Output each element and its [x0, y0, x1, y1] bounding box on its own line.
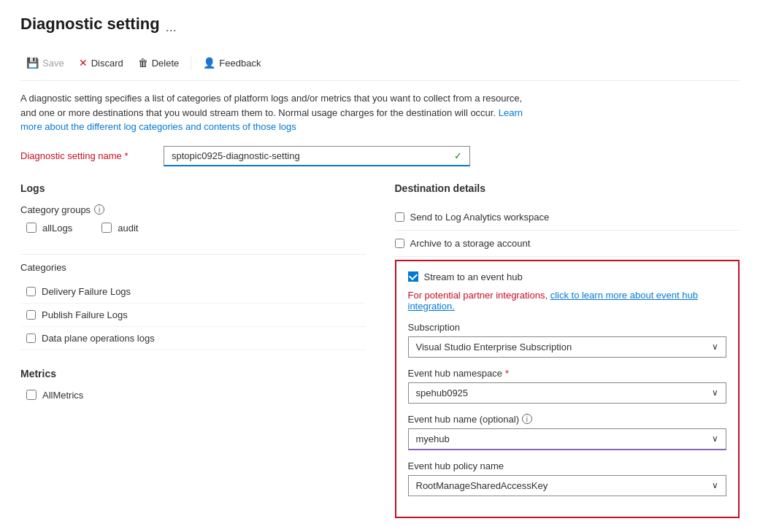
save-icon: 💾 [26, 57, 39, 69]
categories-label: Categories [20, 262, 366, 273]
title-ellipsis[interactable]: ··· [166, 23, 177, 38]
hub-name-label: Event hub name (optional) i [408, 414, 727, 425]
event-hub-checkbox[interactable] [408, 271, 418, 282]
toolbar: 💾 Save ✕ Discard 🗑 Delete 👤 Feedback [20, 54, 740, 81]
discard-button[interactable]: ✕ Discard [73, 54, 129, 72]
log-analytics-checkbox[interactable] [395, 212, 404, 222]
log-analytics-label[interactable]: Send to Log Analytics workspace [410, 212, 550, 223]
namespace-chevron-icon: ∨ [712, 388, 718, 398]
data-plane-checkbox[interactable] [26, 334, 36, 343]
allLogs-label[interactable]: allLogs [42, 223, 72, 234]
metrics-section-title: Metrics [20, 368, 366, 379]
event-hub-section: Stream to an event hub For potential par… [395, 260, 740, 518]
publish-failure-checkbox[interactable] [26, 310, 36, 320]
feedback-button[interactable]: 👤 Feedback [197, 54, 266, 72]
setting-name-row: Diagnostic setting name * sptopic0925-di… [20, 146, 740, 166]
logs-section-title: Logs [20, 182, 366, 194]
data-plane-label[interactable]: Data plane operations logs [42, 333, 155, 344]
publish-failure-label[interactable]: Publish Failure Logs [42, 309, 128, 320]
audit-label[interactable]: audit [118, 223, 138, 234]
category-groups-label: Category groups i [20, 204, 366, 215]
allLogs-checkbox[interactable] [26, 223, 37, 233]
event-hub-description: For potential partner integrations, clic… [408, 290, 727, 312]
policy-label: Event hub policy name [408, 460, 727, 471]
destination-section-title: Destination details [395, 182, 740, 194]
delivery-failure-row: Delivery Failure Logs [20, 280, 366, 304]
storage-account-checkbox[interactable] [395, 239, 404, 248]
main-grid: Logs Category groups i allLogs audit Cat… [20, 182, 740, 533]
left-column: Logs Category groups i allLogs audit Cat… [20, 182, 366, 533]
separator-1 [20, 254, 366, 255]
toolbar-separator [191, 55, 191, 70]
setting-name-label: Diagnostic setting name * [20, 150, 152, 161]
storage-account-label[interactable]: Archive to a storage account [410, 238, 531, 249]
policy-dropdown[interactable]: RootManageSharedAccessKey ∨ [408, 475, 727, 496]
validation-checkmark: ✓ [454, 150, 462, 161]
delivery-failure-label[interactable]: Delivery Failure Logs [42, 286, 131, 297]
subscription-chevron-icon: ∨ [712, 342, 718, 352]
hub-name-dropdown[interactable]: myehub ∨ [408, 428, 727, 450]
all-metrics-label[interactable]: AllMetrics [42, 390, 83, 401]
delivery-failure-checkbox[interactable] [26, 287, 36, 296]
delete-icon: 🗑 [138, 57, 148, 69]
allLogs-checkbox-row: allLogs [26, 223, 72, 234]
namespace-field-group: Event hub namespace * spehub0925 ∨ [408, 368, 727, 404]
discard-icon: ✕ [79, 57, 88, 69]
all-metrics-row: AllMetrics [20, 390, 366, 401]
save-button[interactable]: 💾 Save [20, 54, 70, 72]
namespace-label: Event hub namespace * [408, 368, 727, 379]
right-column: Destination details Send to Log Analytic… [395, 182, 740, 533]
category-groups-info-icon[interactable]: i [94, 204, 104, 215]
subscription-dropdown[interactable]: Visual Studio Enterprise Subscription ∨ [408, 336, 727, 358]
hub-name-chevron-icon: ∨ [712, 433, 718, 444]
audit-checkbox-row: audit [101, 223, 138, 234]
publish-failure-row: Publish Failure Logs [20, 304, 366, 327]
data-plane-row: Data plane operations logs [20, 327, 366, 350]
description-text: A diagnostic setting specifies a list of… [20, 91, 531, 134]
policy-field-group: Event hub policy name RootManageSharedAc… [408, 460, 727, 496]
storage-account-row: Archive to a storage account [395, 231, 740, 257]
event-hub-header: Stream to an event hub [408, 271, 727, 282]
all-metrics-checkbox[interactable] [26, 390, 37, 400]
delete-button[interactable]: 🗑 Delete [132, 54, 185, 72]
feedback-icon: 👤 [203, 57, 215, 69]
metrics-section: Metrics AllMetrics [20, 368, 366, 401]
log-analytics-row: Send to Log Analytics workspace [395, 204, 740, 231]
allLogs-audit-row: allLogs audit [20, 223, 366, 244]
partner-solution-row: Send to partner solution [395, 524, 740, 533]
event-hub-label[interactable]: Stream to an event hub [424, 271, 523, 282]
page-title: Diagnostic setting [20, 15, 160, 34]
namespace-dropdown[interactable]: spehub0925 ∨ [408, 382, 727, 404]
audit-checkbox[interactable] [101, 223, 112, 233]
subscription-field-group: Subscription Visual Studio Enterprise Su… [408, 322, 727, 358]
setting-name-field[interactable]: sptopic0925-diagnostic-setting ✓ [164, 146, 470, 166]
policy-chevron-icon: ∨ [712, 480, 718, 490]
subscription-label: Subscription [408, 322, 727, 333]
hub-name-field-group: Event hub name (optional) i myehub ∨ [408, 414, 727, 450]
hub-name-info-icon[interactable]: i [522, 414, 532, 424]
